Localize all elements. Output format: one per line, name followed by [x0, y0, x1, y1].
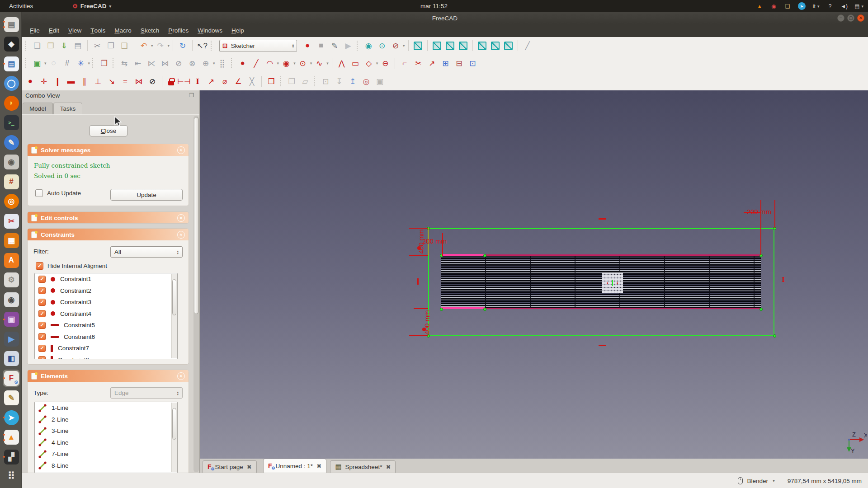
toggle-construction-button[interactable]: ⊡ — [467, 57, 478, 69]
activities-button[interactable]: Activities — [6, 0, 36, 12]
help-tray-icon[interactable]: ? — [826, 2, 834, 10]
view-front-icon[interactable] — [433, 42, 441, 50]
float-panel-icon[interactable]: ❐ — [189, 92, 194, 99]
print-button[interactable]: ▤ — [72, 40, 84, 52]
sketch-top-inner-edge[interactable] — [441, 254, 761, 256]
dock-item-app-grid[interactable]: ⠿ — [3, 468, 20, 485]
open-group-button[interactable]: ▱ — [299, 75, 311, 87]
constraint-block-button[interactable]: ⊘ — [146, 75, 158, 87]
sketch-top-highlight-edge[interactable] — [441, 254, 485, 256]
constraint-row[interactable]: ✓Constraint7 — [35, 343, 177, 354]
toolbar-handle[interactable] — [211, 41, 214, 51]
toggle-driving-constraint-button[interactable]: ❒ — [265, 75, 277, 87]
view-rear-icon[interactable] — [478, 42, 486, 50]
element-row[interactable]: 3-Line — [35, 425, 177, 437]
document-tab-start-page[interactable]: F⚙Start page✖ — [203, 460, 257, 473]
constraint-parallel-button[interactable]: ∥ — [79, 75, 90, 87]
import-sketch-button[interactable]: ↧ — [333, 75, 345, 87]
sketch-bottom-highlight-edge[interactable] — [441, 307, 485, 309]
clock[interactable]: mar 11:52 — [420, 0, 448, 12]
create-point-button[interactable]: ● — [237, 57, 249, 69]
system-menu[interactable]: ▤▾ — [854, 2, 863, 10]
dock-item-camera-app[interactable]: ◉ — [3, 291, 20, 308]
select-unconstrained-dof-button[interactable]: ⇆ — [118, 57, 130, 69]
constraints-header[interactable]: Constraints « — [28, 229, 189, 240]
dropdown-caret-icon[interactable]: ▾ — [213, 61, 215, 66]
document-tab-unnamed-1-[interactable]: F⚙Unnamed : 1*✖ — [263, 459, 326, 473]
toolbar-handle[interactable] — [280, 76, 283, 86]
create-line-button[interactable]: ╱ — [250, 57, 262, 69]
external-geometry-button[interactable]: ⊞ — [439, 57, 451, 69]
collapse-icon[interactable]: « — [177, 231, 185, 239]
create-fillet-button[interactable]: ⌐ — [399, 57, 410, 69]
carbon-copy-button[interactable]: ⊟ — [453, 57, 465, 69]
view-top-icon[interactable] — [446, 42, 454, 50]
menu-profiles[interactable]: Profiles — [164, 24, 193, 37]
dock-item-chromium[interactable]: ◯ — [3, 75, 20, 92]
macro-play-button[interactable]: ▶ — [342, 40, 354, 52]
update-button[interactable]: Update — [110, 189, 183, 201]
constraint-distance-button[interactable]: ↗ — [205, 75, 217, 87]
dimension-400mm-left-bottom[interactable]: 400 mm — [423, 305, 431, 341]
view-bottom-icon[interactable] — [491, 42, 500, 50]
constraint-coincident-button[interactable]: ● — [24, 75, 36, 87]
select-origin-button[interactable]: ⊕ — [200, 57, 212, 69]
dropdown-caret-icon[interactable]: ▾ — [151, 43, 153, 48]
macro-record-button[interactable]: ● — [302, 40, 313, 52]
vlc-tray-icon[interactable]: ▲ — [756, 2, 763, 10]
copy-button[interactable]: ❐ — [105, 40, 117, 52]
view-right-icon[interactable] — [459, 42, 467, 50]
constraint-perpendicular-button[interactable]: ⊥ — [92, 75, 104, 87]
view-section-button[interactable]: ◌ — [48, 57, 60, 69]
volume-indicator[interactable]: ◄) — [840, 2, 848, 10]
leave-sketch-button[interactable]: ▣ — [31, 57, 43, 69]
toolbar-handle[interactable] — [92, 58, 95, 68]
dock-item-file-manager[interactable]: ▤ — [3, 16, 20, 33]
collapse-icon[interactable]: « — [177, 372, 185, 380]
constraint-tangent-button[interactable]: ↘ — [106, 75, 118, 87]
grid-settings-button[interactable]: ⣿ — [217, 57, 228, 69]
open-file-button[interactable]: ❒ — [45, 40, 57, 52]
constraint-snells-law-button[interactable]: ╳ — [246, 75, 258, 87]
collapse-icon[interactable]: « — [177, 146, 185, 154]
close-tab-icon[interactable]: ✖ — [386, 464, 391, 470]
dropdown-caret-icon[interactable]: ▾ — [44, 61, 47, 66]
nav-style-selector[interactable]: Blender — [747, 478, 769, 484]
elements-header[interactable]: Elements « — [28, 370, 189, 382]
constraint-row[interactable]: ✓Constraint2 — [35, 285, 177, 297]
measure-distance-button[interactable]: ╱ — [522, 40, 533, 52]
export-sketch-button[interactable]: ↥ — [347, 75, 359, 87]
dock-item-app-a[interactable]: A — [3, 252, 20, 269]
clone-sketch-button[interactable]: ⊡ — [320, 75, 331, 87]
select-elements-constraints-button[interactable]: ⊗ — [186, 57, 198, 69]
constraint-checkbox[interactable]: ✓ — [38, 345, 46, 352]
dropdown-caret-icon[interactable]: ▾ — [277, 61, 279, 66]
toolbar-handle[interactable] — [231, 58, 234, 68]
constraint-checkbox[interactable]: ✓ — [38, 333, 46, 340]
constraint-row[interactable]: ✓Constraint8 — [35, 354, 177, 360]
select-redundant-constraints-button[interactable]: ⋈ — [159, 57, 171, 69]
vertex[interactable] — [773, 334, 776, 338]
refresh-button[interactable]: ↻ — [177, 40, 189, 52]
create-polygon-button[interactable]: ◇ — [363, 57, 375, 69]
constraint-vertical-distance-button[interactable]: I — [192, 75, 203, 87]
screen-recorder-tray-icon[interactable]: ◉ — [770, 2, 777, 10]
element-row[interactable]: 1-Line — [35, 402, 177, 414]
menu-tools[interactable]: Tools — [86, 24, 110, 37]
toolbar-handle[interactable] — [357, 41, 360, 51]
vertex[interactable] — [483, 254, 486, 257]
tab-model[interactable]: Model — [23, 103, 53, 114]
toolbar-handle[interactable] — [113, 58, 116, 68]
tab-tasks[interactable]: Tasks — [53, 103, 83, 114]
trim-edge-button[interactable]: ✂ — [412, 57, 424, 69]
keyboard-layout-indicator[interactable]: it▾ — [812, 2, 820, 10]
create-rectangle-button[interactable]: ▭ — [349, 57, 361, 69]
menu-edit[interactable]: Edit — [44, 24, 64, 37]
cut-button[interactable]: ✂ — [91, 40, 103, 52]
macro-stop-button[interactable]: ■ — [315, 40, 327, 52]
dock-item-video-clapper[interactable]: ▞ — [3, 448, 20, 465]
dock-item-kdenlive[interactable]: ▶ — [3, 330, 20, 347]
create-slot-button[interactable]: ⊖ — [379, 57, 391, 69]
dock-item-telegram[interactable]: ➤ — [3, 409, 20, 426]
view-axonometric-icon[interactable] — [414, 42, 422, 50]
